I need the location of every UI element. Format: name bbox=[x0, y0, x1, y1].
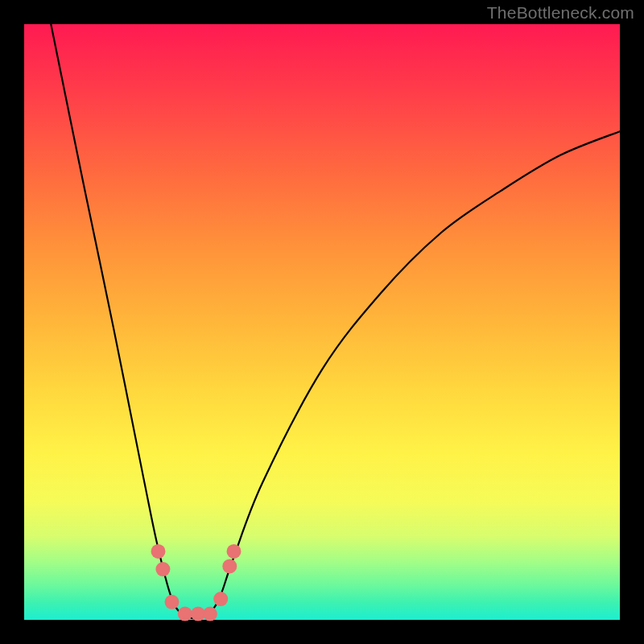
highlight-dot bbox=[165, 595, 180, 609]
bottleneck-curve bbox=[51, 24, 620, 619]
highlight-dot bbox=[155, 562, 170, 576]
highlight-dot bbox=[178, 607, 192, 621]
highlight-dot bbox=[222, 559, 237, 573]
curve-layer bbox=[24, 24, 620, 620]
plot-area bbox=[24, 24, 620, 620]
highlight-dot bbox=[227, 544, 242, 559]
chart-frame: TheBottleneck.com bbox=[0, 0, 644, 644]
highlight-dot bbox=[213, 592, 228, 606]
highlight-dot bbox=[151, 544, 166, 559]
highlight-dots bbox=[151, 544, 242, 621]
highlight-dot bbox=[203, 607, 217, 621]
watermark-text: TheBottleneck.com bbox=[487, 3, 634, 23]
